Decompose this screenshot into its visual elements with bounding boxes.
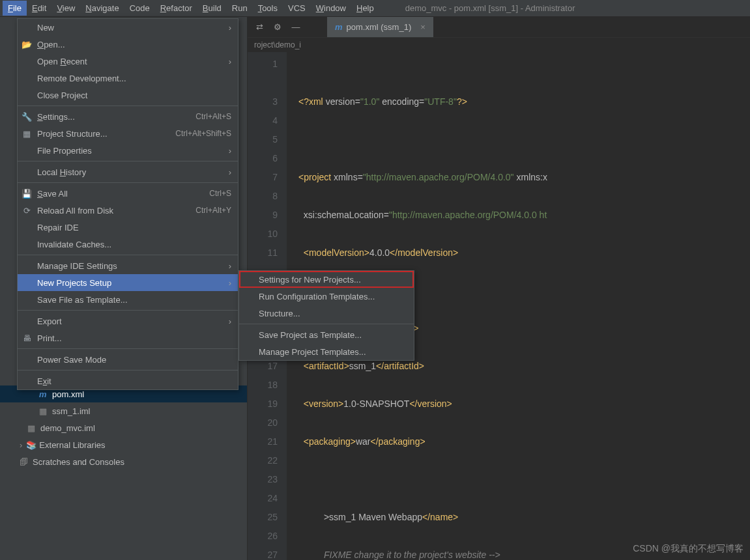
menu-icon: 💾 <box>22 189 32 199</box>
tab-label: pom.xml (ssm_1) <box>347 22 412 32</box>
menu-item-save-file-as-template-[interactable]: Save File as Template... <box>18 291 238 308</box>
chevron-right-icon: › <box>229 167 231 177</box>
menu-item-remote-development-[interactable]: Remote Development... <box>18 70 238 87</box>
menu-item-settings-[interactable]: 🔧Settings...Ctrl+Alt+S <box>18 108 238 125</box>
menu-item-new[interactable]: New› <box>18 19 238 36</box>
menu-item-export[interactable]: Export› <box>18 313 238 329</box>
submenu-item-manage-project-templates-[interactable]: Manage Project Templates... <box>239 343 414 360</box>
breadcrumb: roject\demo_i <box>248 38 750 52</box>
menu-item-close-project[interactable]: Close Project <box>18 87 238 104</box>
menu-item-new-projects-setup[interactable]: New Projects Setup› <box>18 274 238 291</box>
chevron-right-icon: › <box>229 23 231 33</box>
tree-item-demo-mvc-iml[interactable]: ▦demo_mvc.iml <box>0 419 247 436</box>
editor-tab[interactable]: m pom.xml (ssm_1) × <box>327 17 433 37</box>
menu-item-reload-all-from-disk[interactable]: ⟳Reload All from DiskCtrl+Alt+Y <box>18 202 238 219</box>
watermark: CSDN @我真的不想写博客 <box>633 543 743 555</box>
menu-build[interactable]: Build <box>197 1 227 16</box>
chevron-right-icon: › <box>229 261 231 271</box>
close-icon[interactable]: × <box>420 22 425 32</box>
collapse-icon[interactable]: — <box>289 21 302 34</box>
menu-item-open-[interactable]: 📂Open... <box>18 36 238 53</box>
menu-window[interactable]: Window <box>311 1 351 16</box>
menu-item-project-structure-[interactable]: ▦Project Structure...Ctrl+Alt+Shift+S <box>18 125 238 142</box>
gear-icon[interactable]: ⚙ <box>271 21 284 34</box>
submenu-item-run-configuration-templates-[interactable]: Run Configuration Templates... <box>239 288 414 305</box>
menu-item-manage-ide-settings[interactable]: Manage IDE Settings› <box>18 257 238 274</box>
menu-item-exit[interactable]: Exit <box>18 372 238 389</box>
editor-toolbar: ⇄ ⚙ — m pom.xml (ssm_1) × <box>248 17 750 38</box>
menu-tools[interactable]: Tools <box>253 1 283 16</box>
tree-item-scratches-and-consoles[interactable]: 🗐Scratches and Consoles <box>0 453 247 470</box>
select-opened-file-icon[interactable]: ⇄ <box>253 21 266 34</box>
menu-item-power-save-mode[interactable]: Power Save Mode <box>18 351 238 368</box>
chevron-right-icon: › <box>20 440 22 450</box>
maven-icon: m <box>39 389 48 399</box>
menu-run[interactable]: Run <box>227 1 253 16</box>
menu-icon: 📂 <box>22 40 32 49</box>
submenu-item-save-project-as-template-[interactable]: Save Project as Template... <box>239 326 414 343</box>
chevron-right-icon: › <box>229 146 231 156</box>
tree-item-ssm-iml[interactable]: ▦ssm_1.iml <box>0 402 247 419</box>
menu-item-invalidate-caches-[interactable]: Invalidate Caches... <box>18 236 238 253</box>
menu-item-repair-ide[interactable]: Repair IDE <box>18 219 238 236</box>
chevron-right-icon: › <box>229 316 231 326</box>
menu-icon: 🔧 <box>22 112 32 122</box>
new-projects-setup-submenu: Settings for New Projects...Run Configur… <box>238 270 414 361</box>
menu-vcs[interactable]: VCS <box>283 1 311 16</box>
chevron-right-icon: › <box>229 278 231 288</box>
menubar: FileEditViewNavigateCodeRefactorBuildRun… <box>0 0 750 17</box>
menu-code[interactable]: Code <box>124 1 155 16</box>
file-menu-dropdown: New›📂Open...Open Recent›Remote Developme… <box>17 18 238 390</box>
maven-icon: m <box>335 22 343 32</box>
submenu-item-structure-[interactable]: Structure... <box>239 305 414 322</box>
file-icon: ▦ <box>27 423 36 433</box>
file-icon: ▦ <box>39 406 48 416</box>
menu-icon: 🖶 <box>22 333 32 343</box>
file-icon: 📚 <box>26 440 35 450</box>
menu-item-local-history[interactable]: Local History› <box>18 163 238 180</box>
chevron-right-icon: › <box>229 57 231 66</box>
tree-item-external-libraries[interactable]: ›📚External Libraries <box>0 436 247 453</box>
menu-item-open-recent[interactable]: Open Recent› <box>18 53 238 70</box>
menu-icon: ⟳ <box>22 206 32 216</box>
submenu-item-settings-for-new-projects-[interactable]: Settings for New Projects... <box>239 271 414 288</box>
window-title: demo_mvc - pom.xml [ssm_1] - Administrat… <box>405 3 575 13</box>
menu-icon: ▦ <box>22 129 32 139</box>
menu-navigate[interactable]: Navigate <box>80 1 124 16</box>
menu-refactor[interactable]: Refactor <box>155 1 197 16</box>
menu-help[interactable]: Help <box>351 1 379 16</box>
menu-edit[interactable]: Edit <box>27 1 51 16</box>
menu-item-file-properties[interactable]: File Properties› <box>18 142 238 159</box>
menu-view[interactable]: View <box>51 1 80 16</box>
menu-item-save-all[interactable]: 💾Save AllCtrl+S <box>18 185 238 202</box>
file-icon: 🗐 <box>20 457 29 467</box>
menu-file[interactable]: File <box>3 1 27 16</box>
menu-item-print-[interactable]: 🖶Print... <box>18 329 238 346</box>
